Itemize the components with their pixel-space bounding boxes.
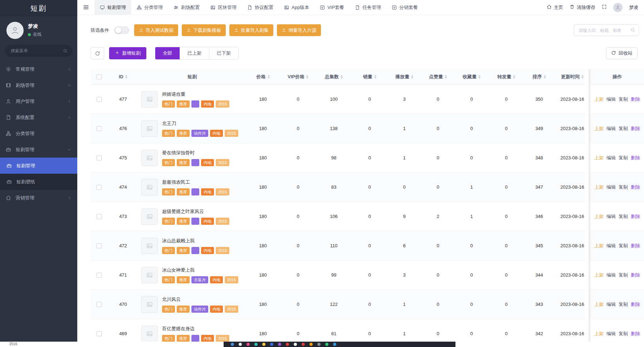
filter-toggle[interactable] <box>114 26 129 34</box>
table-search-input[interactable] <box>574 24 639 36</box>
action-publish-link[interactable]: 上架 <box>594 155 604 161</box>
menu-search-input[interactable] <box>5 45 72 57</box>
taskbar-app-icon-2[interactable] <box>247 343 250 346</box>
nav-tab-7[interactable]: 任务管理 <box>350 0 386 15</box>
row-checkbox[interactable] <box>97 273 102 278</box>
action-publish-link[interactable]: 上架 <box>594 243 604 249</box>
action-edit-link[interactable]: 编辑 <box>606 272 616 278</box>
row-checkbox[interactable] <box>97 302 102 307</box>
col-header-favorites[interactable]: 收藏量 <box>455 74 488 80</box>
row-checkbox[interactable] <box>97 243 102 248</box>
action-copy-link[interactable]: 复制 <box>619 243 628 249</box>
action-delete-link[interactable]: 删除 <box>631 243 640 249</box>
nav-tab-0[interactable]: 短剧管理 <box>94 0 131 15</box>
col-header-price[interactable]: 价格 <box>246 74 280 80</box>
nav-tab-2[interactable]: 剧场配置 <box>168 0 205 15</box>
taskbar-app-icon-8[interactable] <box>294 343 297 346</box>
clear-cache-button[interactable]: 清除缓存 <box>570 4 595 11</box>
home-button[interactable]: 主页 <box>547 4 563 11</box>
action-copy-link[interactable]: 复制 <box>619 213 628 220</box>
action-copy-link[interactable]: 复制 <box>619 272 628 278</box>
taskbar-app-icon-12[interactable] <box>325 343 328 346</box>
taskbar-app-icon-0[interactable] <box>231 343 234 346</box>
action-publish-link[interactable]: 上架 <box>594 125 604 132</box>
action-copy-link[interactable]: 复制 <box>619 301 628 308</box>
taskbar-app-icon-7[interactable] <box>286 343 289 346</box>
add-drama-button[interactable]: 新增短剧 <box>109 47 146 59</box>
status-tab-0[interactable]: 全部 <box>155 47 180 59</box>
sidebar-item-category[interactable]: 分类管理 <box>0 125 77 142</box>
status-tab-1[interactable]: 已上架 <box>180 47 209 59</box>
action-publish-link[interactable]: 上架 <box>594 301 604 308</box>
action-publish-link[interactable]: 上架 <box>594 331 604 337</box>
action-edit-link[interactable]: 编辑 <box>606 213 616 220</box>
col-header-updated[interactable]: 更新时间 <box>554 74 590 80</box>
action-copy-link[interactable]: 复制 <box>619 96 628 103</box>
taskbar-app-icon-9[interactable] <box>302 343 305 346</box>
col-header-sales[interactable]: 销量 <box>352 74 387 80</box>
sidebar-item-drama[interactable]: 短剧管理 <box>0 142 77 158</box>
nav-tab-6[interactable]: VIP套餐 <box>314 0 350 15</box>
action-copy-link[interactable]: 复制 <box>619 125 628 132</box>
recycle-bin-button[interactable]: 回收站 <box>606 48 638 59</box>
sidebar-item-drama-wallpaper[interactable]: 短剧壁纸 <box>0 174 77 190</box>
sidebar-item-general[interactable]: 常规管理 <box>0 61 77 77</box>
refresh-button[interactable] <box>91 47 104 59</box>
action-delete-link[interactable]: 删除 <box>631 96 640 103</box>
col-header-shares[interactable]: 转发量 <box>488 74 524 80</box>
action-edit-link[interactable]: 编辑 <box>606 96 616 103</box>
taskbar-app-icon-5[interactable] <box>270 343 273 346</box>
col-header-id[interactable]: ID <box>108 74 138 79</box>
action-publish-link[interactable]: 上架 <box>594 184 604 190</box>
action-delete-link[interactable]: 删除 <box>631 331 640 337</box>
fullscreen-button[interactable] <box>602 4 607 10</box>
col-header-vip_price[interactable]: VIP价格 <box>280 74 316 80</box>
import-test-data-button[interactable]: 导入测试数据 <box>134 24 178 36</box>
user-avatar[interactable] <box>6 22 24 39</box>
nav-tab-1[interactable]: 分类管理 <box>131 0 168 15</box>
row-checkbox[interactable] <box>97 126 102 131</box>
action-edit-link[interactable]: 编辑 <box>606 155 616 161</box>
batch-import-button[interactable]: 批量导入剧集 <box>229 24 273 36</box>
action-delete-link[interactable]: 删除 <box>631 272 640 278</box>
sidebar-item-users[interactable]: 用户管理 <box>0 93 77 109</box>
taskbar-app-icon-13[interactable] <box>333 343 336 346</box>
nav-tab-8[interactable]: 分销套餐 <box>386 0 423 15</box>
action-publish-link[interactable]: 上架 <box>594 213 604 220</box>
incremental-import-button[interactable]: 增量导入片源 <box>277 24 321 36</box>
action-delete-link[interactable]: 删除 <box>631 213 640 220</box>
sidebar-item-drama-manage[interactable]: 短剧管理 <box>0 158 77 174</box>
nav-tab-3[interactable]: 区块管理 <box>205 0 242 15</box>
action-edit-link[interactable]: 编辑 <box>606 301 616 308</box>
sidebar-item-theater[interactable]: 剧场管理 <box>0 77 77 93</box>
user-name[interactable]: 梦凌 <box>629 4 638 11</box>
action-copy-link[interactable]: 复制 <box>619 155 628 161</box>
col-header-plays[interactable]: 播放量 <box>387 74 421 80</box>
row-checkbox[interactable] <box>97 185 102 190</box>
action-publish-link[interactable]: 上架 <box>594 96 604 103</box>
sidebar-item-marketing[interactable]: 营销管理 <box>0 190 77 206</box>
action-edit-link[interactable]: 编辑 <box>606 125 616 132</box>
col-header-likes[interactable]: 点赞量 <box>421 74 455 80</box>
row-checkbox[interactable] <box>97 331 102 336</box>
nav-tab-4[interactable]: 协议配置 <box>242 0 279 15</box>
col-header-episodes[interactable]: 总集数 <box>316 74 352 80</box>
taskbar-app-icon-1[interactable] <box>239 343 242 346</box>
nav-tab-5[interactable]: App版本 <box>279 0 314 15</box>
col-header-sort[interactable]: 排序 <box>524 74 554 80</box>
taskbar-app-icon-6[interactable] <box>278 343 281 346</box>
row-checkbox[interactable] <box>97 155 102 160</box>
action-delete-link[interactable]: 删除 <box>631 125 640 132</box>
select-all-checkbox[interactable] <box>97 74 102 79</box>
sidebar-item-system-config[interactable]: 系统配置 <box>0 109 77 125</box>
action-publish-link[interactable]: 上架 <box>594 272 604 278</box>
action-edit-link[interactable]: 编辑 <box>606 331 616 337</box>
action-copy-link[interactable]: 复制 <box>619 184 628 190</box>
user-avatar[interactable] <box>613 3 623 12</box>
hamburger-menu-icon[interactable] <box>77 0 94 15</box>
action-delete-link[interactable]: 删除 <box>631 301 640 308</box>
taskbar-app-icon-3[interactable] <box>254 343 258 346</box>
status-tab-2[interactable]: 已下架 <box>209 47 238 59</box>
action-delete-link[interactable]: 删除 <box>631 155 640 161</box>
action-copy-link[interactable]: 复制 <box>619 331 628 337</box>
